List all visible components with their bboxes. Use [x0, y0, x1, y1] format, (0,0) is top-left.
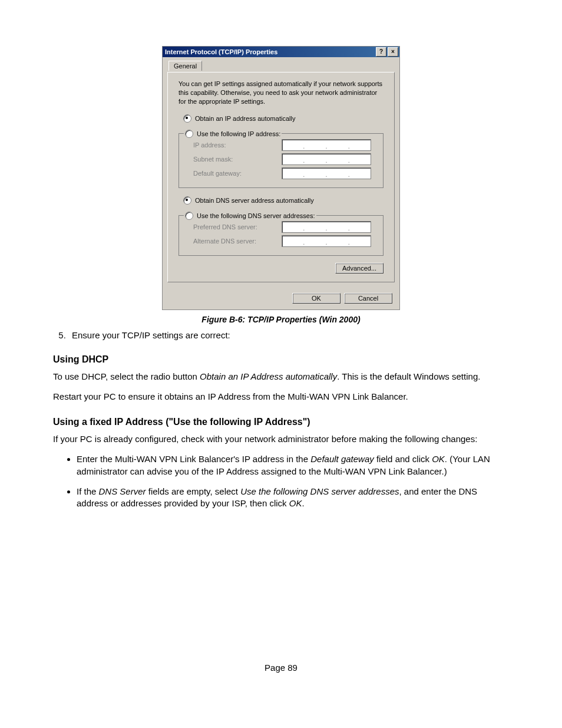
fixed-bullet-2: If the DNS Server fields are empty, sele… — [77, 486, 509, 510]
ip-manual-group: Use the following IP address: IP address… — [178, 133, 384, 188]
radio-dns-auto-label: Obtain DNS server address automatically — [195, 197, 314, 204]
input-alt-dns[interactable]: . . . — [282, 235, 371, 247]
heading-dhcp: Using DHCP — [53, 354, 509, 365]
radio-dns-auto[interactable] — [183, 196, 191, 205]
radio-ip-auto-label: Obtain an IP address automatically — [195, 115, 295, 122]
fixed-intro: If your PC is already configured, check … — [53, 433, 509, 445]
tab-general[interactable]: General — [168, 61, 202, 71]
radio-ip-manual-label: Use the following IP address: — [197, 130, 280, 137]
radio-ip-auto[interactable] — [183, 114, 191, 123]
step-5: Ensure your TCP/IP settings are correct: — [68, 330, 509, 340]
figure-caption: Figure B-6: TCP/IP Properties (Win 2000) — [53, 315, 509, 324]
input-subnet-mask[interactable]: . . . — [282, 153, 371, 165]
title-bar: Internet Protocol (TCP/IP) Properties ? … — [163, 47, 399, 57]
heading-fixed: Using a fixed IP Address ("Use the follo… — [53, 417, 509, 427]
fixed-bullet-1: Enter the Multi-WAN VPN Link Balancer's … — [77, 453, 509, 477]
advanced-button[interactable]: Advanced... — [335, 263, 384, 274]
dialog-description: You can get IP settings assigned automat… — [178, 80, 384, 106]
ok-button[interactable]: OK — [292, 293, 340, 304]
close-icon[interactable]: × — [388, 47, 398, 57]
radio-dns-manual[interactable] — [185, 212, 193, 220]
page-number: Page 89 — [53, 663, 509, 673]
radio-ip-manual[interactable] — [185, 130, 193, 138]
label-ip-address: IP address: — [193, 141, 282, 149]
help-icon[interactable]: ? — [376, 47, 386, 57]
radio-dns-manual-label: Use the following DNS server addresses: — [197, 212, 315, 219]
tcpip-dialog: Internet Protocol (TCP/IP) Properties ? … — [162, 46, 400, 310]
label-pref-dns: Preferred DNS server: — [193, 223, 282, 230]
label-alt-dns: Alternate DNS server: — [193, 238, 282, 245]
cancel-button[interactable]: Cancel — [344, 293, 392, 304]
input-ip-address[interactable]: . . . — [282, 139, 371, 151]
label-subnet-mask: Subnet mask: — [193, 156, 282, 163]
input-default-gateway[interactable]: . . . — [282, 167, 371, 179]
dhcp-p1: To use DHCP, select the radio button Obt… — [53, 371, 509, 383]
dhcp-p2: Restart your PC to ensure it obtains an … — [53, 391, 509, 403]
label-default-gateway: Default gateway: — [193, 170, 282, 177]
title-bar-text: Internet Protocol (TCP/IP) Properties — [165, 48, 375, 55]
dns-manual-group: Use the following DNS server addresses: … — [178, 215, 384, 256]
input-pref-dns[interactable]: . . . — [282, 221, 371, 233]
